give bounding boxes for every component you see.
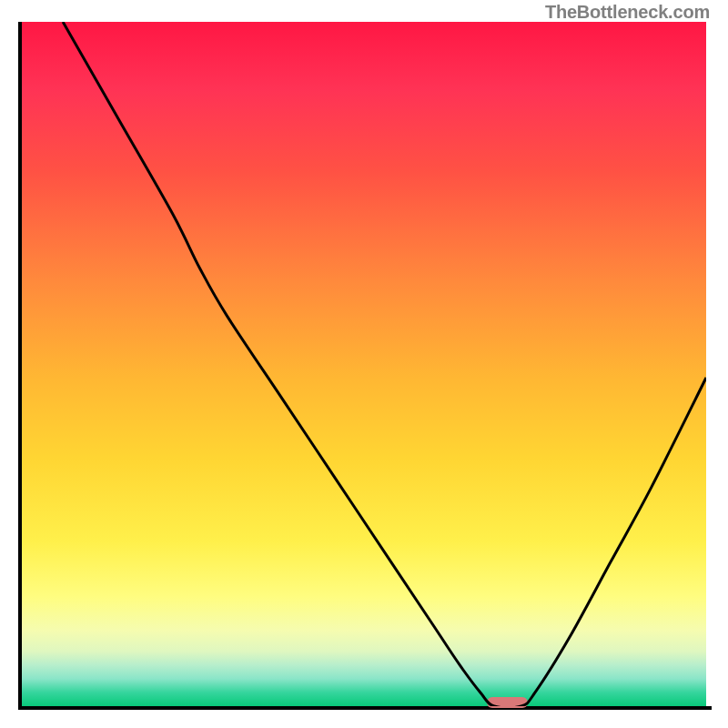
x-axis [18, 706, 712, 710]
minimum-marker [487, 697, 528, 708]
y-axis [18, 22, 22, 710]
watermark-text: TheBottleneck.com [545, 2, 710, 23]
chart-container: TheBottleneck.com [0, 0, 728, 728]
plot-gradient-background [22, 22, 706, 706]
